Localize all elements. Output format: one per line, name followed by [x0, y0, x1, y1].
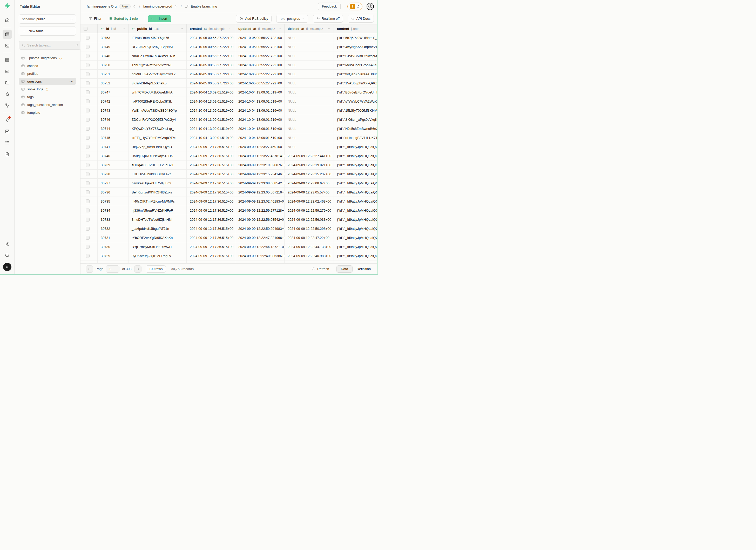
cell-content[interactable]: {"id":"sTsWaLCPsVA2WuK2 — [334, 97, 378, 106]
row-checkbox[interactable] — [86, 145, 90, 149]
cell-id[interactable]: 30739 — [98, 160, 129, 169]
enable-branching-button[interactable]: Enable branching — [191, 4, 217, 8]
cell-id[interactable]: 30743 — [98, 106, 129, 115]
row-checkbox-cell[interactable] — [80, 179, 98, 187]
cell-updated_at[interactable]: 2024-10-04 13:09:01.519+00 — [235, 133, 285, 142]
row-checkbox[interactable] — [86, 109, 90, 112]
cell-deleted_at[interactable]: 2024-09-09 12:23:02.463+00 — [285, 197, 334, 206]
schema-select[interactable]: schema: public — [19, 14, 76, 24]
cell-deleted_at[interactable]: 2024-09-09 12:22:56.033+00 — [285, 215, 334, 224]
row-checkbox[interactable] — [86, 163, 90, 167]
cell-created_at[interactable]: 2024-09-09 12:17:36.515+00 — [187, 170, 235, 178]
sidebar-table-item-_prisma_migrations[interactable]: _prisma_migrations — [19, 54, 76, 62]
row-checkbox-cell[interactable] — [80, 151, 98, 160]
cell-deleted_at[interactable]: 2024-09-09 12:22:59.279+00 — [285, 206, 334, 215]
cell-content[interactable]: {"id":"_Id9aLyJpMHQLaiQC — [334, 197, 378, 206]
cell-updated_at[interactable]: 2024-10-04 13:09:01.519+00 — [235, 97, 285, 106]
cell-content[interactable]: {"id":"NJe5s8ZmBwnoB6e3s — [334, 124, 378, 133]
sql-editor-icon[interactable] — [3, 41, 12, 50]
cell-created_at[interactable]: 2024-10-04 13:09:01.519+00 — [187, 115, 235, 124]
cell-public_id[interactable]: ZDCunRYJP2CQ5Z8Po2Gy4 — [129, 115, 187, 124]
cell-created_at[interactable]: 2024-10-04 13:09:01.519+00 — [187, 124, 235, 133]
cell-updated_at[interactable]: 2024-09-09 12:22:47.221066+00 — [235, 233, 285, 242]
cell-public_id[interactable]: _La6pddxcKJIbgufATJ1n — [129, 224, 187, 233]
row-checkbox[interactable] — [86, 136, 90, 140]
row-checkbox-cell[interactable] — [80, 124, 98, 133]
cell-updated_at[interactable]: 2024-09-09 12:22:40.986386+00 — [235, 251, 285, 260]
cell-content[interactable]: {"id":"_Id9aLyJpMHQLaiQC — [334, 260, 378, 263]
cell-created_at[interactable]: 2024-09-09 12:17:36.515+00 — [187, 179, 235, 187]
cell-deleted_at[interactable]: NULL — [285, 106, 334, 115]
sidebar-table-item-profiles[interactable]: profiles — [19, 70, 76, 77]
cell-id[interactable]: 30740 — [98, 151, 129, 160]
cell-updated_at[interactable]: 2024-09-09 12:23:15.234146+00 — [235, 170, 285, 178]
feedback-button[interactable]: Feedback — [318, 3, 341, 10]
cell-public_id[interactable]: zHDq4c0F0VBF_TL2_dBZ1 — [129, 160, 187, 169]
cell-created_at[interactable]: 2024-09-09 12:17:36.515+00 — [187, 242, 235, 251]
cell-updated_at[interactable]: 2024-09-09 12:23:19.020076+00 — [235, 160, 285, 169]
cell-created_at[interactable]: 2024-09-09 12:17:36.515+00 — [187, 197, 235, 206]
cell-content[interactable]: {"id":"_Id9aLyJpMHQLaiQC — [334, 160, 378, 169]
row-checkbox[interactable] — [86, 81, 90, 85]
table-more-menu[interactable]: ··· — [70, 79, 74, 83]
sidebar-table-item-tags[interactable]: tags — [19, 93, 76, 100]
row-checkbox[interactable] — [86, 54, 90, 58]
cell-public_id[interactable]: rYbORF2e4YgDt9fKAXaKn — [129, 233, 187, 242]
cell-public_id[interactable]: 3muDHTceTWso9IZj8hHNI — [129, 215, 187, 224]
role-select[interactable]: role postgres — [276, 15, 308, 23]
logs-icon[interactable] — [3, 138, 12, 147]
cell-deleted_at[interactable]: NULL — [285, 115, 334, 124]
rows-per-page-button[interactable]: 100 rows — [146, 265, 166, 273]
cell-created_at[interactable]: 2024-10-05 00:55:27.722+00 — [187, 51, 235, 60]
row-checkbox[interactable] — [86, 72, 90, 76]
cell-content[interactable]: {"id":"_Id9aLyJpMHQLaiQC — [334, 224, 378, 233]
cell-public_id[interactable]: Be4KignzoK9YRGNI3Zgks — [129, 188, 187, 197]
cell-created_at[interactable]: 2024-10-04 13:09:01.519+00 — [187, 133, 235, 142]
cell-deleted_at[interactable]: 2024-09-09 12:23:19.021+00 — [285, 160, 334, 169]
cell-id[interactable]: 30735 — [98, 197, 129, 206]
cell-public_id[interactable]: DGEJfJZPQUV9Q-IBqsNSi — [129, 42, 187, 51]
cell-public_id[interactable]: H5uqFKpRUTPkjxdysT3HS — [129, 151, 187, 160]
cell-public_id[interactable]: 8yUKotr9qGYjK2eFRhgLv — [129, 251, 187, 260]
cell-id[interactable]: 30745 — [98, 133, 129, 142]
row-checkbox-cell[interactable] — [80, 115, 98, 124]
row-checkbox-cell[interactable] — [80, 242, 98, 251]
cell-content[interactable]: {"id":"_Id9aLyJpMHQLaiQC — [334, 251, 378, 260]
cell-updated_at[interactable]: 2024-10-05 00:55:27.722+00 — [235, 70, 285, 78]
cell-public_id[interactable]: bzwXazHgax6UIR58j6Fn3 — [129, 179, 187, 187]
sidebar-table-item-solve_logs[interactable]: solve_logs — [19, 85, 76, 93]
cell-updated_at[interactable]: 2024-10-05 00:55:27.722+00 — [235, 33, 285, 42]
cell-updated_at[interactable]: 2024-09-09 12:23:27.459+00 — [235, 142, 285, 151]
cell-deleted_at[interactable]: 2024-09-09 12:23:27.441+00 — [285, 151, 334, 160]
cell-content[interactable]: {"id":"4wyNgK55lOfrpmYZc — [334, 42, 378, 51]
cell-updated_at[interactable]: 2024-10-04 13:09:01.519+00 — [235, 115, 285, 124]
cell-content[interactable]: {"id":"_Id9aLyJpMHQLaiQC — [334, 170, 378, 178]
cell-updated_at[interactable]: 2024-09-09 12:22:44.13721+00 — [235, 242, 285, 251]
cell-public_id[interactable]: vrIh7CMD-JtM1bOweMHfA — [129, 88, 187, 97]
cell-content[interactable]: {"id":"_Id9aLyJpMHQLaiQC — [334, 142, 378, 151]
cell-content[interactable]: {"id":"fvrQ1bXoJ6XaAD08G — [334, 70, 378, 78]
sidebar-table-item-template[interactable]: template — [19, 109, 76, 116]
home-icon[interactable] — [3, 15, 12, 25]
cell-id[interactable]: 30751 — [98, 70, 129, 78]
cell-content[interactable]: {"id":"_Id9aLyJpMHQLaiQC — [334, 179, 378, 187]
auth-icon[interactable] — [3, 67, 12, 76]
row-checkbox[interactable] — [86, 45, 90, 49]
cell-id[interactable]: 30749 — [98, 42, 129, 51]
row-checkbox-cell[interactable] — [80, 215, 98, 224]
cell-public_id[interactable]: NhXEo1Xw04FnB4RzWTNjb — [129, 51, 187, 60]
row-checkbox-cell[interactable] — [80, 133, 98, 142]
cell-id[interactable]: 30729 — [98, 251, 129, 260]
sidebar-table-item-questions[interactable]: questions··· — [19, 78, 76, 85]
cell-public_id[interactable]: 1hnRQjxSRm2V0VticY2NF — [129, 61, 187, 69]
cell-content[interactable]: {"id":"_Id9aLyJpMHQLaiQC — [334, 206, 378, 215]
cell-content[interactable]: {"id":"_Id9aLyJpMHQLaiQC — [334, 242, 378, 251]
cell-deleted_at[interactable]: NULL — [285, 133, 334, 142]
cell-updated_at[interactable]: 2024-09-09 12:22:56.03542+00 — [235, 215, 285, 224]
column-header-created-at[interactable]: created_attimestamptz — [187, 24, 235, 33]
row-checkbox-cell[interactable] — [80, 188, 98, 197]
cell-id[interactable]: 30738 — [98, 170, 129, 178]
cell-created_at[interactable]: 2024-10-05 00:55:27.722+00 — [187, 42, 235, 51]
cell-updated_at[interactable]: 2024-09-09 12:23:27.437814+00 — [235, 151, 285, 160]
cell-public_id[interactable]: XPQwDIqY6Y75SwDnU-qr_ — [129, 124, 187, 133]
